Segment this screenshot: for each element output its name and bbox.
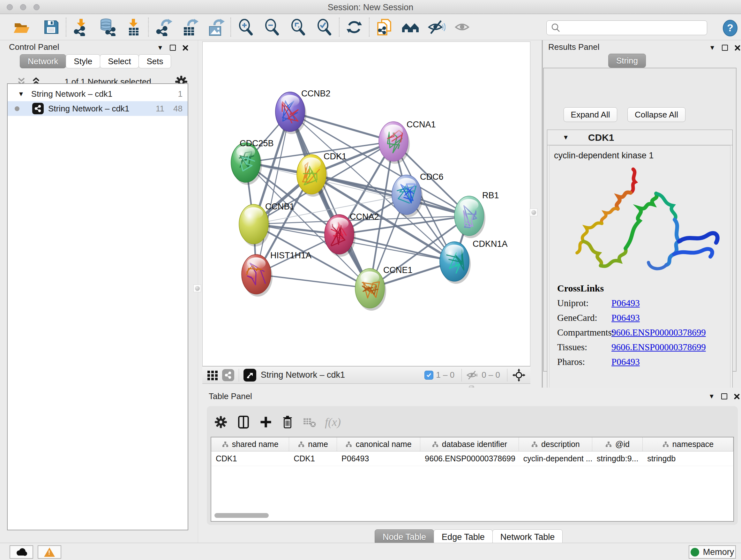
tab-network-table[interactable]: Network Table — [492, 530, 563, 545]
table-panel-menu-icon[interactable]: ▼ — [709, 393, 715, 400]
network-node-RB1[interactable]: RB1 — [455, 191, 499, 238]
column-header-canonical-name[interactable]: canonical name — [337, 437, 420, 451]
hide-selected-icon[interactable] — [428, 18, 446, 36]
tab-sets[interactable]: Sets — [138, 54, 171, 68]
column-header-namespace[interactable]: namespace — [643, 437, 733, 451]
control-panel-float-icon[interactable] — [170, 45, 176, 51]
import-table-icon[interactable] — [125, 18, 142, 36]
tab-node-table[interactable]: Node Table — [375, 530, 434, 545]
zoom-out-icon[interactable] — [263, 18, 281, 36]
zoom-in-icon[interactable] — [237, 18, 255, 36]
collection-disclosure-icon[interactable]: ▼ — [18, 90, 24, 98]
network-node-CCNA2[interactable]: CCNA2 — [325, 212, 379, 257]
network-node-CCNB1[interactable]: CCNB1 — [239, 202, 294, 246]
right-splitter-grip[interactable] — [530, 208, 537, 216]
node-label-RB1: RB1 — [482, 191, 499, 200]
import-network-from-database-icon[interactable] — [98, 18, 116, 36]
left-splitter-grip[interactable] — [193, 285, 201, 292]
create-column-icon[interactable] — [259, 415, 273, 429]
search-input[interactable] — [564, 21, 707, 34]
collapse-all-button[interactable]: Collapse All — [627, 107, 685, 122]
column-type-icon — [662, 441, 669, 448]
grid-view-icon[interactable] — [207, 369, 218, 381]
selected-nodes-checkbox[interactable] — [424, 371, 433, 380]
search-icon — [550, 22, 561, 33]
crosslink-link[interactable]: P06493 — [611, 357, 640, 367]
results-panel-float-icon[interactable] — [722, 45, 728, 51]
column-header-name[interactable]: name — [289, 437, 337, 451]
expand-all-button[interactable]: Expand All — [563, 107, 617, 122]
column-header--id[interactable]: @id — [592, 437, 643, 451]
table-options-gear-icon[interactable] — [214, 415, 228, 429]
memory-button[interactable]: Memory — [689, 545, 736, 559]
toolbar-separator — [66, 17, 66, 37]
crosslink-link[interactable]: 9606.ENSP00000378699 — [611, 342, 706, 353]
tab-network[interactable]: Network — [20, 54, 66, 68]
export-network-icon[interactable] — [154, 18, 172, 36]
network-row[interactable]: String Network – cdk1 11 48 — [8, 101, 188, 116]
control-panel-close-icon[interactable] — [182, 45, 189, 51]
table-panel-float-icon[interactable] — [721, 393, 727, 399]
show-columns-icon[interactable] — [236, 415, 251, 429]
crosslink-link[interactable]: P06493 — [611, 298, 640, 308]
pan-crosshair-icon[interactable] — [512, 368, 526, 382]
crosslink-link[interactable]: P06493 — [611, 313, 640, 323]
table-cell[interactable]: CDK1 — [289, 451, 337, 466]
memory-label: Memory — [703, 547, 734, 557]
export-image-icon[interactable] — [207, 18, 225, 36]
crosslink-link[interactable]: 9606.ENSP00000378699 — [611, 327, 706, 338]
results-panel-close-icon[interactable] — [734, 45, 741, 51]
network-node-CCNA1[interactable]: CCNA1 — [379, 120, 436, 164]
control-panel-menu-icon[interactable]: ▼ — [157, 44, 163, 51]
node-label-CCNE1: CCNE1 — [383, 265, 413, 275]
help-icon[interactable]: ? — [722, 20, 738, 37]
network-edge-CDK1-RB1[interactable] — [312, 174, 469, 216]
table-cell[interactable]: CDK1 — [211, 451, 289, 466]
section-disclosure-icon[interactable]: ▼ — [562, 134, 569, 141]
first-neighbors-icon[interactable] — [401, 18, 419, 36]
import-network-icon[interactable] — [72, 18, 90, 36]
node-section-header[interactable]: ▼ CDK1 — [547, 130, 732, 145]
tab-edge-table[interactable]: Edge Table — [434, 530, 493, 545]
column-header-shared-name[interactable]: shared name — [211, 437, 289, 451]
table-cell[interactable]: cyclin-dependent ... — [519, 451, 592, 466]
table-cell[interactable]: 9606.ENSP00000378699 — [420, 451, 519, 466]
crosslinks-section: CrossLinks Uniprot:P06493GeneCard:P06493… — [557, 283, 706, 367]
tab-style[interactable]: Style — [66, 54, 100, 68]
network-node-CDKN1A[interactable]: CDKN1A — [440, 239, 508, 284]
duplicate-network-icon[interactable] — [375, 18, 393, 36]
network-edge-CCNB2-CCNE1[interactable] — [290, 112, 370, 288]
network-node-CDC6[interactable]: CDC6 — [392, 172, 444, 217]
column-header-database-identifier[interactable]: database identifier — [420, 437, 519, 451]
delete-column-icon[interactable] — [281, 415, 294, 429]
birds-eye-view-icon[interactable] — [244, 369, 256, 381]
table-cell[interactable]: stringdb — [643, 451, 733, 466]
table-row[interactable]: CDK1CDK1P064939606.ENSP00000378699cyclin… — [211, 451, 733, 466]
save-session-icon[interactable] — [42, 18, 60, 36]
export-table-icon[interactable] — [181, 18, 199, 36]
apply-layout-icon[interactable] — [345, 18, 363, 36]
network-edge-HIST1H1A-CCNE1[interactable] — [256, 274, 370, 288]
warnings-button[interactable] — [38, 545, 61, 559]
table-cell[interactable]: stringdb:9... — [592, 451, 643, 466]
network-node-CDC25B[interactable]: CDC25B — [231, 138, 274, 185]
tab-string[interactable]: String — [608, 54, 646, 68]
column-header-label: canonical name — [355, 440, 411, 449]
cloud-status-button[interactable] — [10, 545, 33, 559]
network-canvas[interactable]: CCNB2CCNA1CDC25BCDK1CDC6RB1CCNB1CCNA2CDK… — [202, 42, 530, 366]
open-session-icon[interactable] — [13, 18, 30, 36]
zoom-fit-icon[interactable] — [289, 18, 307, 36]
network-collection-row[interactable]: ▼ String Network – cdk1 1 — [8, 86, 188, 101]
table-horizontal-scrollbar[interactable] — [214, 513, 269, 518]
zoom-selected-icon[interactable] — [315, 18, 333, 36]
tab-select[interactable]: Select — [100, 54, 139, 68]
results-panel-menu-icon[interactable]: ▼ — [709, 44, 716, 51]
network-node-HIST1H1A[interactable]: HIST1H1A — [242, 251, 312, 297]
table-cell[interactable]: P06493 — [337, 451, 420, 466]
column-header-description[interactable]: description — [519, 437, 592, 451]
network-node-CCNE1[interactable]: CCNE1 — [355, 265, 413, 311]
network-node-CCNB2[interactable]: CCNB2 — [275, 89, 331, 134]
table-panel-close-icon[interactable] — [734, 393, 740, 400]
network-share-view-icon[interactable] — [222, 369, 234, 381]
show-all-icon[interactable] — [454, 18, 472, 36]
